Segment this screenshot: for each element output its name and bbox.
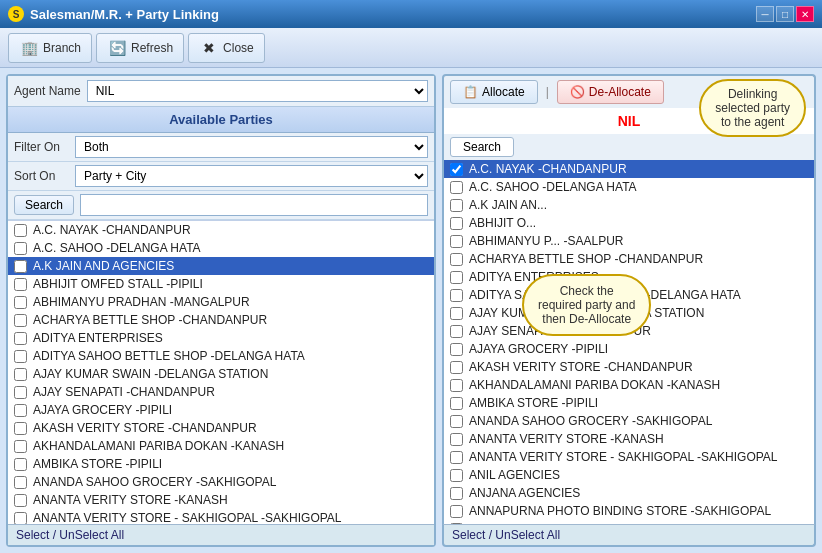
branch-button[interactable]: 🏢 Branch (8, 33, 92, 63)
list-item-checkbox[interactable] (14, 224, 27, 237)
list-item-checkbox[interactable] (14, 422, 27, 435)
list-item[interactable]: ANANTA VERITY STORE - SAKHIGOPAL -SAKHIG… (8, 509, 434, 524)
list-item[interactable]: ADITYA ENTERPRISES (8, 329, 434, 347)
right-list-item-checkbox[interactable] (450, 505, 463, 518)
right-list-item-checkbox[interactable] (450, 343, 463, 356)
right-search-button[interactable]: Search (450, 137, 514, 157)
close-button[interactable]: ✖ Close (188, 33, 265, 63)
right-list-item[interactable]: ABHIJIT O... (444, 214, 814, 232)
allocate-button[interactable]: 📋 Allocate (450, 80, 538, 104)
minimize-button[interactable]: ─ (756, 6, 774, 22)
list-item-checkbox[interactable] (14, 350, 27, 363)
right-list-item[interactable]: A.K JAIN AN... (444, 196, 814, 214)
list-item[interactable]: A.C. SAHOO -DELANGA HATA (8, 239, 434, 257)
list-item-checkbox[interactable] (14, 278, 27, 291)
list-item-checkbox[interactable] (14, 440, 27, 453)
list-item[interactable]: AJAYA GROCERY -PIPILI (8, 401, 434, 419)
list-item-checkbox[interactable] (14, 314, 27, 327)
right-list-item-checkbox[interactable] (450, 307, 463, 320)
right-list-item-checkbox[interactable] (450, 487, 463, 500)
left-select-all[interactable]: Select / UnSelect All (8, 524, 434, 545)
filter-on-select[interactable]: Both (75, 136, 428, 158)
list-item-checkbox[interactable] (14, 242, 27, 255)
right-list-item[interactable]: ANNAPURNA PHOTO BINDING STORE -SAKHIGOPA… (444, 502, 814, 520)
right-list-item[interactable]: ANANDA SAHOO GROCERY -SAKHIGOPAL (444, 412, 814, 430)
left-list-container[interactable]: A.C. NAYAK -CHANDANPURA.C. SAHOO -DELANG… (8, 220, 434, 524)
list-item-checkbox[interactable] (14, 332, 27, 345)
list-item[interactable]: A.K JAIN AND AGENCIES (8, 257, 434, 275)
list-item[interactable]: ADITYA SAHOO BETTLE SHOP -DELANGA HATA (8, 347, 434, 365)
right-list-item-checkbox[interactable] (450, 451, 463, 464)
right-list-item[interactable]: ANIL AGENCIES (444, 466, 814, 484)
right-list-item-checkbox[interactable] (450, 397, 463, 410)
right-list-item-label: ANANTA VERITY STORE -KANASH (469, 432, 664, 446)
right-list-item-checkbox[interactable] (450, 253, 463, 266)
callout1-line3: to the agent (721, 115, 784, 129)
list-item[interactable]: ANANTA VERITY STORE -KANASH (8, 491, 434, 509)
right-list-item[interactable]: ANANTA VERITY STORE -KANASH (444, 430, 814, 448)
left-search-button[interactable]: Search (14, 195, 74, 215)
agent-name-label: Agent Name (14, 84, 81, 98)
right-list-item-checkbox[interactable] (450, 199, 463, 212)
sort-on-select[interactable]: Party + City (75, 165, 428, 187)
list-item[interactable]: ACHARYA BETTLE SHOP -CHANDANPUR (8, 311, 434, 329)
right-list-item[interactable]: ANJANA AGENCIES (444, 484, 814, 502)
refresh-button[interactable]: 🔄 Refresh (96, 33, 184, 63)
list-item-checkbox[interactable] (14, 494, 27, 507)
list-item-checkbox[interactable] (14, 386, 27, 399)
list-item-checkbox[interactable] (14, 260, 27, 273)
right-list-item[interactable]: AMBIKA STORE -PIPILI (444, 394, 814, 412)
window-close-button[interactable]: ✕ (796, 6, 814, 22)
list-item[interactable]: ABHIMANYU PRADHAN -MANGALPUR (8, 293, 434, 311)
list-item[interactable]: ABHIJIT OMFED STALL -PIPILI (8, 275, 434, 293)
right-list-item-checkbox[interactable] (450, 379, 463, 392)
right-list-item[interactable]: ABHIMANYU P... -SAALPUR (444, 232, 814, 250)
right-list-item-checkbox[interactable] (450, 433, 463, 446)
list-item-checkbox[interactable] (14, 296, 27, 309)
right-list-item-checkbox[interactable] (450, 469, 463, 482)
right-list-item-checkbox[interactable] (450, 163, 463, 176)
right-select-all[interactable]: Select / UnSelect All (442, 524, 816, 547)
agent-name-select[interactable]: NIL (87, 80, 428, 102)
list-item-checkbox[interactable] (14, 512, 27, 525)
list-item-checkbox[interactable] (14, 368, 27, 381)
right-list-item-checkbox[interactable] (450, 271, 463, 284)
right-list-container[interactable]: A.C. NAYAK -CHANDANPURA.C. SAHOO -DELANG… (442, 160, 816, 524)
right-list-item-checkbox[interactable] (450, 361, 463, 374)
list-item[interactable]: AMBIKA STORE -PIPILI (8, 455, 434, 473)
right-list-item[interactable]: ACHARYA BETTLE SHOP -CHANDANPUR (444, 250, 814, 268)
maximize-button[interactable]: □ (776, 6, 794, 22)
callout-check: Check the required party and then De-All… (522, 274, 651, 336)
available-parties-header: Available Parties (8, 107, 434, 133)
agent-row: Agent Name NIL (8, 76, 434, 107)
right-list-item-checkbox[interactable] (450, 289, 463, 302)
list-item[interactable]: AKHANDALAMANI PARIBA DOKAN -KANASH (8, 437, 434, 455)
right-list-item-checkbox[interactable] (450, 217, 463, 230)
right-list-item-checkbox[interactable] (450, 325, 463, 338)
deallocate-button[interactable]: 🚫 De-Allocate (557, 80, 664, 104)
list-item[interactable]: A.C. NAYAK -CHANDANPUR (8, 221, 434, 239)
left-search-input[interactable] (80, 194, 428, 216)
right-list-item-checkbox[interactable] (450, 235, 463, 248)
list-item-checkbox[interactable] (14, 404, 27, 417)
right-list-item[interactable]: AKASH VERITY STORE -CHANDANPUR (444, 358, 814, 376)
list-item-label: A.C. SAHOO -DELANGA HATA (33, 241, 201, 255)
list-item[interactable]: AKASH VERITY STORE -CHANDANPUR (8, 419, 434, 437)
list-item-checkbox[interactable] (14, 458, 27, 471)
list-item-label: AKHANDALAMANI PARIBA DOKAN -KANASH (33, 439, 284, 453)
right-list-item[interactable]: A.C. NAYAK -CHANDANPUR (444, 160, 814, 178)
list-item[interactable]: AJAY KUMAR SWAIN -DELANGA STATION (8, 365, 434, 383)
right-list-item[interactable]: AKHANDALAMANI PARIBA DOKAN -KANASH (444, 376, 814, 394)
main-content: Agent Name NIL Available Parties Filter … (0, 68, 822, 553)
list-item[interactable]: ANANDA SAHOO GROCERY -SAKHIGOPAL (8, 473, 434, 491)
title-bar-controls: ─ □ ✕ (756, 6, 814, 22)
separator: | (546, 85, 549, 99)
right-list-item-checkbox[interactable] (450, 181, 463, 194)
right-list-item-label: ANNAPURNA PHOTO BINDING STORE -SAKHIGOPA… (469, 504, 771, 518)
right-list-item[interactable]: AJAYA GROCERY -PIPILI (444, 340, 814, 358)
list-item[interactable]: AJAY SENAPATI -CHANDANPUR (8, 383, 434, 401)
right-list-item[interactable]: ANANTA VERITY STORE - SAKHIGOPAL -SAKHIG… (444, 448, 814, 466)
right-list-item-checkbox[interactable] (450, 415, 463, 428)
right-list-item[interactable]: A.C. SAHOO -DELANGA HATA (444, 178, 814, 196)
list-item-checkbox[interactable] (14, 476, 27, 489)
